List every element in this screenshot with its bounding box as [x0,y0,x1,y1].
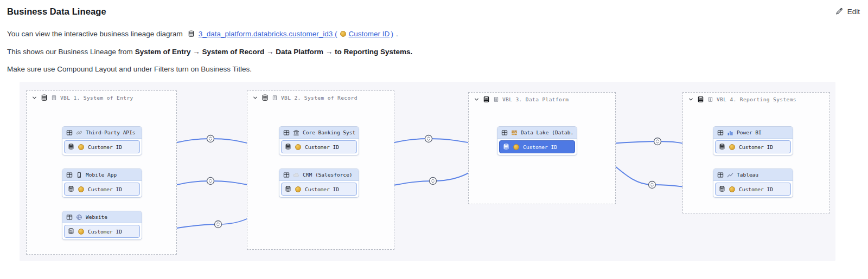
table-icon [66,129,73,136]
bank-icon [293,129,299,136]
lineage-node-powerbi[interactable]: Power BICustomer ID [713,126,793,155]
edge-expand-toggle[interactable] [207,178,214,185]
chevron-down-icon [474,96,480,102]
node-header[interactable]: Core Banking System [279,127,359,139]
group-label: VBL 3. Data Platform [502,96,569,102]
node-header[interactable]: Tableau [713,169,793,181]
glossary-term-icon [78,229,84,235]
field-label: Customer ID [88,186,122,192]
node-field-customer-id[interactable]: Customer ID [715,140,791,153]
field-label: Customer ID [305,144,339,150]
bricks-icon [511,129,518,136]
field-label: Customer ID [523,144,557,150]
glossary-term-icon [295,186,301,192]
chevron-down-icon [31,95,37,101]
lineage-node-core[interactable]: Core Banking SystemCustomer ID [279,126,359,155]
group-header[interactable]: VBL 1. System of Entry [27,91,176,101]
chevron-down-icon [688,96,694,102]
db-icon [285,186,291,192]
node-header[interactable]: CRM (Salesforce) [279,169,359,181]
node-field-customer-id[interactable]: Customer ID [281,183,357,196]
lineage-diagram-panel: VBL 1. System of EntryVBL 2. System of R… [20,82,835,261]
edge-expand-toggle[interactable] [430,178,437,185]
building-icon [707,96,713,102]
building-icon [272,95,278,101]
node-header[interactable]: Power BI [713,127,793,139]
field-label: Customer ID [305,186,339,192]
node-header[interactable]: Mobile App [62,169,142,181]
dataset-link-text: 3_data_platform.databricks.customer_id3 … [199,30,337,38]
table-icon [717,172,724,178]
group-label: VBL 1. System of Entry [60,95,133,101]
db-icon [503,144,509,150]
glossary-term-icon [295,144,301,150]
glossary-term-icon [513,144,519,150]
instructions-line: Make sure use Compound Layout and under … [7,65,861,73]
table-icon [717,129,724,136]
node-title: Third-Party APIs [86,129,136,135]
db-icon [68,228,74,235]
node-title: CRM (Salesforce) [303,172,353,178]
group-header[interactable]: VBL 2. System of Record [247,91,394,101]
db-icon [68,144,74,150]
edge-expand-toggle[interactable] [207,135,214,142]
node-field-customer-id[interactable]: Customer ID [499,140,575,153]
table-icon [66,172,73,178]
link-icon [76,129,82,136]
glossary-term-icon [78,144,84,150]
field-label: Customer ID [739,186,773,192]
lineage-node-mobile[interactable]: Mobile AppCustomer ID [62,168,142,198]
node-header[interactable]: Third-Party APIs [62,127,142,139]
building-icon [51,95,57,101]
cloud-icon [293,172,299,178]
db-icon [285,144,291,150]
group-header[interactable]: VBL 4. Reporting Systems [683,93,829,103]
table-icon [501,129,508,136]
node-header[interactable]: Website [62,211,142,223]
node-title: Tableau [737,172,758,178]
node-title: Core Banking System [303,129,355,135]
intro-prefix: You can view the interactive business li… [7,30,183,38]
db-icon [68,186,74,192]
dataset-icon [188,30,195,37]
intro-line: You can view the interactive business li… [7,30,861,38]
node-field-customer-id[interactable]: Customer ID [281,140,357,153]
field-label: Customer ID [88,229,122,235]
edit-button-label: Edit [847,8,860,16]
db-icon [719,144,725,150]
node-field-customer-id[interactable]: Customer ID [715,183,791,196]
node-title: Data Lake (Datab... [521,129,573,135]
flow-description-line: This shows our Business Lineage from Sys… [7,48,861,56]
table-icon [283,129,290,136]
line-chart-icon [727,172,733,178]
glossary-term-icon [729,186,735,192]
field-label: Customer ID [88,144,122,150]
edge-expand-toggle[interactable] [425,135,432,142]
building-icon [493,96,499,102]
flow-path: System of Entry → System of Record → Dat… [135,48,413,56]
sentence-period: . [396,30,398,38]
node-field-customer-id[interactable]: Customer ID [64,140,140,153]
node-field-customer-id[interactable]: Customer ID [64,183,140,196]
lineage-node-tableau[interactable]: TableauCustomer ID [713,168,793,198]
glossary-term-icon [78,186,84,192]
chevron-down-icon [252,95,258,101]
dataset-link[interactable]: 3_data_platform.databricks.customer_id3 … [199,30,393,38]
db-icon [697,96,704,103]
group-header[interactable]: VBL 3. Data Platform [469,93,615,103]
edit-button[interactable]: Edit [835,7,860,16]
edge-expand-toggle[interactable] [649,181,656,189]
lineage-node-website[interactable]: WebsiteCustomer ID [62,211,142,240]
edge-expand-toggle[interactable] [215,221,222,228]
node-header[interactable]: Data Lake (Datab... [497,127,577,139]
edge-expand-toggle[interactable] [654,138,661,145]
lineage-node-crm[interactable]: CRM (Salesforce)Customer ID [279,168,359,198]
lineage-node-tpa[interactable]: Third-Party APIsCustomer ID [62,126,142,155]
db-icon [483,96,490,103]
lineage-node-lake[interactable]: Data Lake (Datab...Customer ID [497,126,577,155]
pencil-icon [835,7,844,16]
db-icon [719,186,725,192]
table-icon [66,214,73,220]
group-label: VBL 2. System of Record [281,95,358,101]
node-field-customer-id[interactable]: Customer ID [64,225,140,238]
